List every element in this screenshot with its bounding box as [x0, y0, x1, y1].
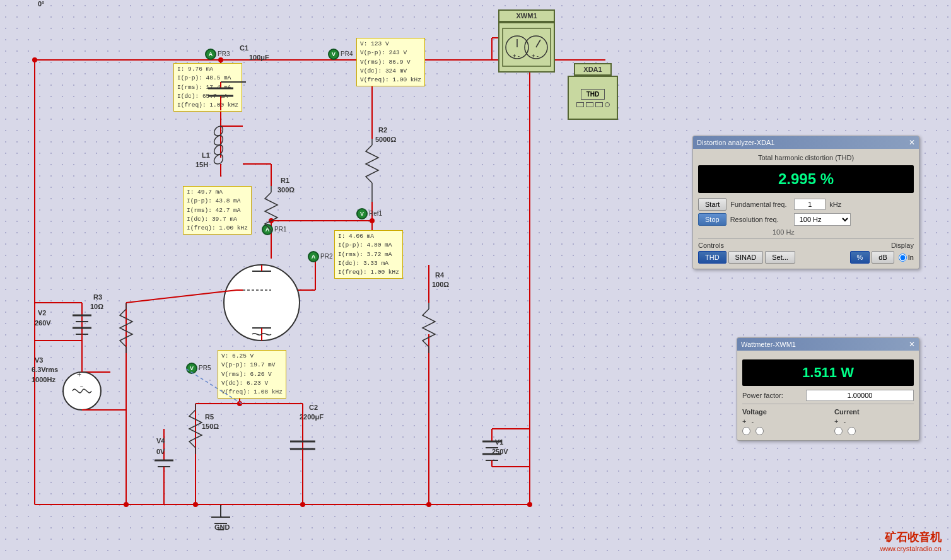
current-minus: - — [843, 417, 846, 425]
voltage-plus: + — [742, 417, 746, 425]
distortion-panel-title: Distortion analyzer-XDA1 — [697, 139, 775, 146]
resolution-select[interactable]: 100 Hz 10 Hz 1 Hz — [794, 213, 851, 226]
current-minus-radio[interactable] — [848, 427, 856, 435]
fundamental-unit: kHz — [829, 201, 841, 208]
wattmeter-panel-close[interactable]: ✕ — [909, 340, 915, 349]
in-radio[interactable] — [899, 254, 907, 262]
controls-label: Controls — [698, 242, 795, 249]
current-plus-radio[interactable] — [834, 427, 843, 435]
pf-label: Power factor: — [742, 392, 802, 399]
db-button[interactable]: dB — [872, 251, 894, 264]
v3-ac-symbol: ~ — [64, 383, 99, 390]
svg-text:+: + — [77, 370, 81, 379]
start-button[interactable]: Start — [698, 198, 726, 211]
brand-sub: www.crystalradio.cn — [880, 545, 942, 552]
resolution-label: Resolution freq. — [730, 216, 790, 223]
pf-value: 1.00000 — [806, 390, 914, 401]
stop-button[interactable]: Stop — [698, 213, 726, 226]
fundamental-label: Fundamental freq. — [730, 201, 790, 208]
wattmeter-panel-title: Wattmeter-XWM1 — [741, 341, 796, 348]
thd-label: Total harmonic distortion (THD) — [698, 154, 914, 161]
distortion-panel-titlebar: Distortion analyzer-XDA1 ✕ — [693, 136, 919, 149]
display-label: Display — [891, 242, 914, 249]
distortion-panel-close[interactable]: ✕ — [909, 138, 915, 147]
set-button[interactable]: Set... — [765, 251, 795, 264]
in-label: In — [908, 254, 914, 261]
svg-line-118 — [126, 290, 236, 303]
sinad-button[interactable]: SINAD — [728, 251, 764, 264]
voltage-minus-radio[interactable] — [756, 427, 764, 435]
wattmeter-panel: Wattmeter-XWM1 ✕ 1.511 W Power factor: 1… — [737, 337, 919, 441]
resolution-display: 100 Hz — [773, 228, 795, 236]
thd-button[interactable]: THD — [698, 251, 726, 264]
distortion-panel: Distortion analyzer-XDA1 ✕ Total harmoni… — [692, 136, 919, 269]
current-plus: + — [834, 417, 838, 425]
thd-value: 2.995 % — [698, 165, 914, 193]
voltage-label: Voltage — [742, 408, 822, 416]
wattmeter-panel-titlebar: Wattmeter-XWM1 ✕ — [737, 338, 919, 351]
svg-line-119 — [186, 369, 242, 404]
brand-main: 矿石收音机 — [880, 530, 942, 545]
watt-value: 1.511 W — [742, 359, 914, 386]
current-label: Current — [834, 408, 914, 416]
voltage-minus: - — [751, 417, 754, 425]
footer-brand: 矿石收音机 www.crystalradio.cn — [880, 530, 942, 552]
voltage-plus-radio[interactable] — [742, 427, 750, 435]
fundamental-input[interactable] — [794, 199, 826, 210]
pct-button[interactable]: % — [850, 251, 870, 264]
